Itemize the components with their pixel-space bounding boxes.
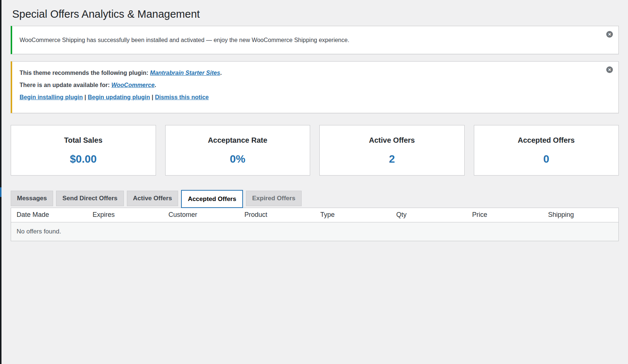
update-text: There is an update available for:: [20, 82, 111, 88]
tab-expired-offers[interactable]: Expired Offers: [246, 191, 302, 206]
col-header-type: Type: [315, 208, 391, 222]
stat-value: 0: [474, 153, 619, 165]
tab-active-offers[interactable]: Active Offers: [127, 191, 178, 206]
stat-label: Accepted Offers: [474, 136, 619, 145]
admin-menu-strip: [0, 0, 1, 364]
stats-row: Total Sales $0.00 Acceptance Rate 0% Act…: [11, 125, 619, 176]
stat-card-acceptance-rate: Acceptance Rate 0%: [165, 125, 310, 176]
col-header-shipping: Shipping: [542, 208, 618, 222]
begin-updating-plugin-link[interactable]: Begin updating plugin: [88, 94, 150, 100]
col-header-expires: Expires: [87, 208, 163, 222]
no-offers-message: No offers found.: [11, 222, 618, 241]
notice-success-text: WooCommerce Shipping has successfully be…: [20, 36, 596, 44]
notice-success: WooCommerce Shipping has successfully be…: [11, 26, 619, 54]
stat-label: Total Sales: [11, 136, 156, 145]
stat-label: Acceptance Rate: [166, 136, 310, 145]
offers-table: Date Made Expires Customer Product Type …: [11, 208, 619, 241]
tab-send-direct-offers[interactable]: Send Direct Offers: [56, 191, 124, 206]
stat-label: Active Offers: [320, 136, 464, 145]
stat-value: 2: [320, 153, 464, 165]
notice-actions-line: Begin installing plugin | Begin updating…: [20, 93, 596, 101]
separator: |: [83, 94, 88, 100]
dismiss-notice-icon[interactable]: ✕: [606, 31, 613, 38]
line-period: .: [155, 82, 156, 88]
recommendation-text: This theme recommends the following plug…: [20, 70, 150, 76]
notice-warning: This theme recommends the following plug…: [11, 61, 619, 113]
stat-card-accepted-offers: Accepted Offers 0: [474, 125, 619, 176]
empty-row: No offers found.: [11, 222, 618, 241]
offers-tabs: Messages Send Direct Offers Active Offer…: [11, 190, 619, 208]
dismiss-this-notice-link[interactable]: Dismiss this notice: [155, 94, 209, 100]
page-content: Special Offers Analytics & Management Wo…: [11, 0, 619, 241]
admin-menu-active-indicator: [0, 187, 1, 197]
table-header-row: Date Made Expires Customer Product Type …: [11, 208, 618, 222]
page-title: Special Offers Analytics & Management: [12, 0, 619, 21]
stat-value: $0.00: [11, 153, 156, 165]
tab-messages[interactable]: Messages: [11, 191, 53, 206]
theme-plugin-recommendation-line: This theme recommends the following plug…: [20, 69, 596, 77]
woocommerce-update-link[interactable]: WooCommerce: [111, 82, 155, 88]
stat-card-total-sales: Total Sales $0.00: [11, 125, 156, 176]
update-available-line: There is an update available for: WooCom…: [20, 81, 596, 89]
stat-card-active-offers: Active Offers 2: [319, 125, 465, 176]
stat-value: 0%: [166, 153, 310, 165]
col-header-customer: Customer: [163, 208, 239, 222]
col-header-price: Price: [466, 208, 542, 222]
separator: |: [150, 94, 155, 100]
mantrabrain-starter-sites-link[interactable]: Mantrabrain Starter Sites: [150, 70, 220, 76]
tab-accepted-offers[interactable]: Accepted Offers: [181, 190, 243, 208]
col-header-product: Product: [239, 208, 315, 222]
col-header-qty: Qty: [391, 208, 466, 222]
line-period: .: [220, 70, 222, 76]
col-header-date-made: Date Made: [11, 208, 87, 222]
dismiss-notice-icon[interactable]: ✕: [606, 66, 613, 73]
begin-installing-plugin-link[interactable]: Begin installing plugin: [20, 94, 83, 100]
